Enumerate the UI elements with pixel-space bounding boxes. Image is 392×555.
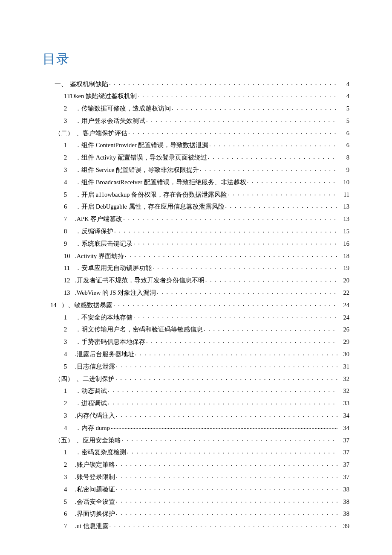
toc-leader-dots (127, 448, 337, 455)
toc-leader-dots (133, 313, 337, 320)
toc-entry[interactable]: 一、鉴权机制缺陷4 (43, 80, 349, 87)
toc-entry-number: 3 (64, 413, 75, 419)
toc-entry-number: 3 (64, 118, 75, 124)
toc-entry[interactable]: 8．反编译保护15 (43, 227, 349, 235)
toc-entry[interactable]: 2.账户锁定策略37 (43, 461, 349, 468)
toc-leader-dots (110, 522, 337, 529)
toc-entry-page: 32 (338, 376, 349, 382)
toc-entry-number: 4 (64, 179, 75, 186)
toc-entry[interactable]: 6.界面切换保护38 (43, 510, 349, 517)
toc-entry-number: 2 (64, 105, 75, 112)
toc-entry[interactable]: 5.会话安全设置38 (43, 497, 349, 505)
toc-entry[interactable]: 4．组件 BroadcastReceiver 配置错误，导致拒绝服务、非法越权1… (43, 178, 349, 185)
toc-entry-label: .泄露后台服务器地址 (75, 351, 134, 357)
toc-entry-page: 37 (338, 449, 349, 456)
toc-entry[interactable]: 7.ui 信息泄露39 (43, 522, 349, 529)
toc-entry-label: ．传输数据可修改，造成越权访问 (75, 105, 171, 112)
toc-leader-dots (209, 141, 337, 148)
toc-leader-dots (133, 239, 337, 246)
toc-entry[interactable]: 5．开启 a11owbackup 备份权限，存在备份数据泄露风险11 (43, 190, 349, 198)
toc-entry[interactable]: 2．进程调试33 (43, 399, 349, 407)
toc-leader-dots (116, 412, 337, 418)
toc-entry-label: ．开启 DebUggable 属性，存在应用信息篡改泄露风险 (75, 203, 225, 210)
toc-entry-page: 9 (338, 167, 349, 173)
toc-entry-label: .APK 客户端篡改 (75, 216, 122, 222)
toc-entry[interactable]: 3．手势密码信息本地保存29 (43, 338, 349, 345)
toc-leader-dots (109, 80, 337, 86)
toc-entry-label: ．不安全的本地存储 (75, 314, 133, 321)
toc-leader-dots (146, 116, 337, 123)
toc-entry[interactable]: 1．不安全的本地存储24 (43, 313, 349, 320)
toc-entry[interactable]: 11．安卓应用无自动锁屏功能19 (43, 264, 349, 271)
toc-entry-page: 37 (338, 462, 349, 468)
toc-entry[interactable]: （五）、应用安全策略37 (43, 436, 349, 443)
toc-leader-dots (172, 105, 337, 111)
toc-entry-page: 15 (338, 228, 349, 235)
toc-entry-number: 7 (64, 523, 75, 529)
toc-entry-page: 6 (338, 142, 349, 148)
toc-entry-label: .内存代码注入 (75, 413, 115, 419)
toc-entry[interactable]: 1．密码复杂度检测37 (43, 448, 349, 456)
toc-leader-dots (108, 387, 337, 393)
toc-entry[interactable]: 2．传输数据可修改，造成越权访问5 (43, 105, 349, 112)
toc-entry[interactable]: 3.账号登录限制37 (43, 473, 349, 480)
toc-entry-label: .WebView 的 JS 对象注入漏洞 (75, 290, 156, 296)
toc-leader-dots (205, 276, 337, 283)
toc-leader-dots (111, 424, 337, 430)
toc-entry[interactable]: 7.APK 客户端篡改13 (43, 215, 349, 222)
toc-entry[interactable]: 9．系统底层击键记录16 (43, 239, 349, 247)
toc-entry-page: 33 (338, 400, 349, 407)
toc-leader-dots (153, 264, 337, 270)
toc-entry-label: ．密码复杂度检测 (75, 449, 126, 456)
toc-entry[interactable]: 13.WebView 的 JS 对象注入漏洞22 (43, 289, 349, 296)
toc-entry-page: 16 (338, 241, 349, 247)
toc-entry-page: 13 (338, 203, 349, 210)
toc-entry-page: 24 (338, 314, 349, 321)
toc-entry-number: 3 (64, 167, 75, 173)
toc-leader-dots (116, 362, 337, 369)
toc-entry-label: ．安卓应用无自动锁屏功能 (75, 265, 152, 271)
toc-entry-number: 8 (64, 228, 75, 235)
toc-entry[interactable]: 4．内存 dump34 (43, 424, 349, 431)
table-of-contents: 一、鉴权机制缺陷41TOken 缺陷绕过鉴权机制42．传输数据可修改，造成越权访… (43, 80, 349, 529)
toc-entry[interactable]: 5.日志信息泄露31 (43, 362, 349, 369)
toc-entry-page: 39 (338, 523, 349, 529)
toc-entry[interactable]: 4.泄露后台服务器地址30 (43, 350, 349, 357)
toc-entry[interactable]: 6．开启 DebUggable 属性，存在应用信息篡改泄露风险13 (43, 203, 349, 210)
toc-entry[interactable]: 3．用户登录会话失效测试5 (43, 116, 349, 124)
toc-entry-label: ．组件 Activity 配置错误，导致登录页面被绕过 (75, 154, 207, 161)
toc-entry-number: 一、 (55, 81, 70, 87)
toc-entry[interactable]: 1．动态调试32 (43, 387, 349, 394)
toc-entry-label: ．明文传输用户名，密码和验证码等敏感信息 (75, 326, 203, 333)
toc-entry[interactable]: 1．组件 ContentProvider 配置错误，导致数据泄漏6 (43, 141, 349, 148)
toc-entry-label: .Activity 界面劫持 (75, 253, 124, 259)
toc-entry-page: 19 (338, 265, 349, 271)
toc-entry-label: .会话安全设置 (75, 499, 115, 505)
toc-entry-page: 37 (338, 474, 349, 480)
toc-entry-page: 24 (338, 302, 349, 308)
toc-entry-label: ．手势密码信息本地保存 (75, 339, 145, 345)
toc-entry[interactable]: （四）、二进制保护32 (43, 375, 349, 382)
toc-entry[interactable]: （二）、客户端保护评估6 (43, 129, 349, 136)
toc-entry-page: 34 (338, 425, 349, 431)
toc-entry-label: 鉴权机制缺陷 (70, 81, 108, 87)
toc-entry[interactable]: 1TOken 缺陷绕过鉴权机制4 (43, 92, 349, 99)
toc-entry[interactable]: 10.Activity 界面劫持18 (43, 252, 349, 259)
toc-entry[interactable]: 2．明文传输用户名，密码和验证码等敏感信息26 (43, 325, 349, 333)
toc-entry-label: ）、敏感数据暴露 (61, 302, 112, 308)
toc-entry-number: 1 (64, 449, 75, 456)
toc-leader-dots (208, 154, 337, 160)
toc-entry[interactable]: 12.开发者证书不规范，导致开发者身份信息不明20 (43, 276, 349, 284)
toc-entry-label: .界面切换保护 (75, 511, 115, 517)
toc-entry-page: 38 (338, 511, 349, 517)
toc-entry-page: 38 (338, 486, 349, 493)
toc-entry-page: 13 (338, 216, 349, 222)
toc-entry[interactable]: 3.内存代码注入34 (43, 412, 349, 419)
toc-entry-number: 1 (64, 142, 75, 148)
toc-entry[interactable]: 14）、敏感数据暴露24 (43, 301, 349, 308)
toc-entry[interactable]: 2．组件 Activity 配置错误，导致登录页面被绕过8 (43, 154, 349, 161)
toc-entry-label: .开发者证书不规范，导致开发者身份信息不明 (75, 277, 205, 284)
toc-entry[interactable]: 3．组件 Service 配置错误，导致非法权限提升9 (43, 166, 349, 173)
toc-entry[interactable]: 4.私密问题验证38 (43, 485, 349, 492)
toc-entry-page: 18 (338, 253, 349, 259)
